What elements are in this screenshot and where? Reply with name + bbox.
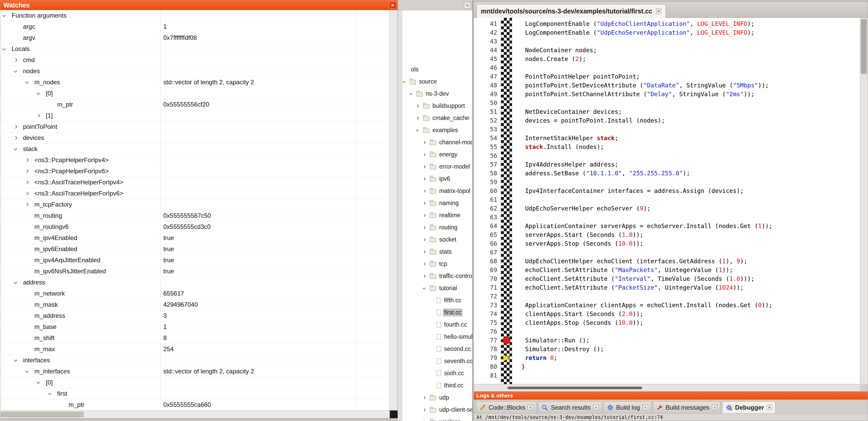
code-line[interactable] [512, 195, 860, 204]
code-line[interactable] [512, 151, 860, 160]
code-line[interactable] [512, 63, 860, 72]
pane-close-icon[interactable]: × [464, 2, 471, 8]
code-line[interactable]: LogComponentEnable ("UdpEchoServerApplic… [512, 28, 860, 37]
logs-tab-code-blocks[interactable]: Code::Blocks× [476, 401, 536, 413]
line-number[interactable]: 44 [474, 46, 501, 55]
collapse-arrow-icon[interactable] [2, 47, 6, 51]
tree-item[interactable]: source [402, 75, 472, 88]
expand-arrow-icon[interactable] [423, 177, 426, 180]
code-line[interactable]: Simulator::Destroy (); [512, 345, 860, 354]
line-number[interactable]: 46 [474, 63, 501, 72]
tree-item[interactable]: routing [402, 221, 472, 233]
watch-row[interactable]: <ns3::AsciiTraceHelperForIpv4> [0, 177, 389, 188]
tree-item[interactable]: cmake_cache [402, 112, 472, 124]
line-number[interactable]: 75 [474, 318, 501, 327]
code-line[interactable] [512, 177, 860, 187]
line-number[interactable]: 47 [474, 72, 501, 81]
expand-arrow-icon[interactable] [423, 238, 426, 241]
expand-arrow-icon[interactable] [423, 214, 426, 217]
tree-item[interactable]: energy [402, 149, 472, 161]
watches-titlebar[interactable]: Watches × [0, 0, 398, 10]
tree-item[interactable]: examples [402, 124, 472, 136]
line-number[interactable]: 62 [474, 204, 501, 213]
code-line[interactable] [512, 125, 860, 134]
watch-row[interactable]: argc1 [0, 21, 389, 32]
line-number[interactable]: 80 [474, 362, 501, 371]
watch-row[interactable]: nodes [0, 66, 389, 77]
scrollbar-thumb[interactable] [1, 412, 84, 417]
expand-arrow-icon[interactable] [423, 141, 426, 144]
collapse-arrow-icon[interactable] [14, 358, 17, 362]
line-number[interactable]: 70 [474, 274, 501, 283]
expand-arrow-icon[interactable] [423, 202, 426, 204]
line-number[interactable]: 65 [474, 230, 501, 239]
collapse-arrow-icon[interactable] [402, 79, 405, 83]
code-line[interactable]: Ipv4AddressHelper address; [512, 160, 860, 169]
code-line[interactable]: devices = pointToPoint.Install (nodes); [512, 116, 860, 125]
line-number[interactable]: 81 [474, 371, 501, 380]
watch-row[interactable]: m_ipv6NsRsJitterEnabledtrue [0, 266, 389, 277]
expand-arrow-icon[interactable] [423, 262, 426, 265]
line-number[interactable]: 60 [474, 187, 501, 195]
tree-item[interactable]: ipv6 [402, 173, 472, 185]
code-line[interactable] [512, 37, 860, 46]
code-text-column[interactable]: LogComponentEnable ("UdpEchoClientApplic… [512, 18, 860, 384]
watch-row[interactable]: m_ptr0x5555555ca660 [0, 399, 389, 411]
watch-row[interactable]: stack [0, 143, 389, 155]
tree-item[interactable]: realtime [402, 209, 472, 221]
watch-row[interactable]: m_network655617 [0, 288, 389, 299]
expand-arrow-icon[interactable] [423, 396, 426, 399]
tree-item[interactable]: fifth.cc [402, 294, 472, 306]
watch-row[interactable]: m_ipv4Enabledtrue [0, 232, 389, 244]
code-line[interactable]: clientApps.Start (Seconds (2.0)); [512, 310, 860, 318]
code-line[interactable]: LogComponentEnable ("UdpEchoClientApplic… [512, 20, 860, 28]
editor-vertical-scrollbar[interactable] [860, 18, 868, 384]
collapse-arrow-icon[interactable] [14, 280, 17, 284]
watch-row[interactable]: address [0, 277, 389, 288]
collapse-arrow-icon[interactable] [48, 391, 52, 395]
code-line[interactable]: Ipv4InterfaceContainer interfaces = addr… [512, 187, 860, 195]
watch-row[interactable]: m_ipv4ArpJitterEnabledtrue [0, 255, 389, 266]
expand-arrow-icon[interactable] [423, 250, 426, 253]
tree-item[interactable]: tcp [402, 258, 472, 270]
line-number[interactable]: 76 [474, 327, 501, 336]
expand-arrow-icon[interactable] [423, 153, 426, 156]
code-line[interactable] [512, 327, 860, 336]
line-number[interactable]: 48 [474, 81, 501, 90]
collapse-arrow-icon[interactable] [36, 380, 40, 384]
tree-item[interactable]: ols [402, 63, 472, 75]
expand-arrow-icon[interactable] [416, 117, 419, 120]
editor-horizontal-scrollbar[interactable] [474, 384, 860, 391]
code-line[interactable]: PointToPointHelper pointToPoint; [512, 72, 860, 81]
expand-arrow-icon[interactable] [423, 274, 426, 278]
watch-row[interactable]: interfaces [0, 355, 389, 366]
tree-item[interactable]: first.cc [402, 306, 472, 319]
watch-row[interactable]: pointToPoint [0, 121, 389, 132]
watch-row[interactable]: m_routingv60x5555555cd3c0 [0, 221, 389, 232]
line-number[interactable]: 58 [474, 169, 501, 177]
watch-row[interactable]: m_shift8 [0, 332, 389, 344]
tab-close-icon[interactable]: × [643, 405, 648, 410]
tree-item[interactable]: naming [402, 197, 472, 209]
line-number[interactable]: 57 [474, 160, 501, 169]
collapse-arrow-icon[interactable] [409, 92, 412, 95]
watches-vertical-scrollbar[interactable] [389, 10, 398, 411]
tree-item[interactable]: seventh.cc [402, 355, 472, 367]
watch-row[interactable]: m_interfacesstd::vector of length 2, cap… [0, 366, 389, 377]
logs-tab-build-log[interactable]: Build log× [603, 401, 651, 413]
collapse-arrow-icon[interactable] [2, 13, 6, 17]
collapse-arrow-icon[interactable] [36, 91, 40, 95]
expand-arrow-icon[interactable] [423, 408, 426, 411]
tree-item[interactable]: second.cc [402, 343, 472, 355]
tree-item[interactable]: third.cc [402, 379, 472, 391]
expand-arrow-icon[interactable] [25, 192, 29, 195]
line-number[interactable]: 73 [474, 301, 501, 310]
code-line[interactable]: ApplicationContainer clientApps = echoCl… [512, 301, 860, 310]
tab-close-icon[interactable]: × [712, 405, 717, 410]
line-number[interactable]: 71 [474, 283, 501, 292]
line-number[interactable]: 77 [474, 336, 501, 345]
watch-row[interactable]: [0] [0, 377, 389, 388]
line-number[interactable]: 74 [474, 310, 501, 318]
code-line[interactable] [512, 248, 860, 257]
line-number[interactable]: 54 [474, 134, 501, 142]
